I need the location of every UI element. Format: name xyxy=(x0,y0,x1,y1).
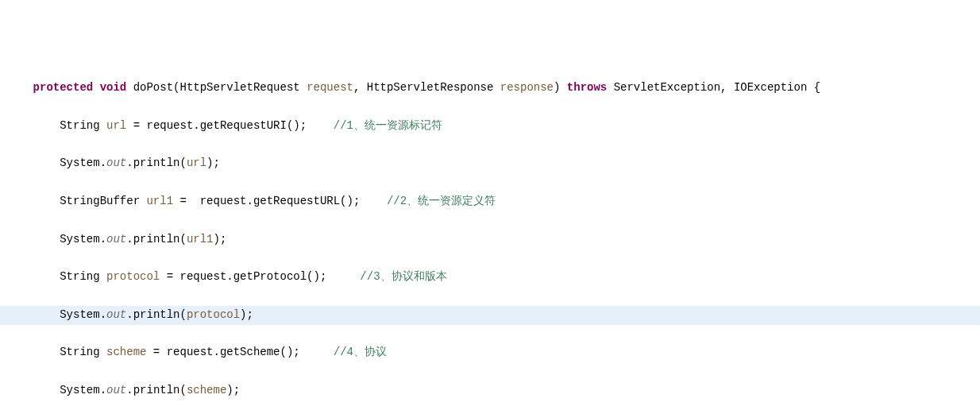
param: request xyxy=(307,81,353,94)
type: HttpServletRequest xyxy=(179,81,299,94)
method-name: doPost xyxy=(133,81,173,94)
keyword: throws xyxy=(567,81,607,94)
comment: //3、协议和版本 xyxy=(360,270,446,283)
code-line-signature: protected void doPost(HttpServletRequest… xyxy=(0,79,980,98)
keyword: protected xyxy=(33,81,94,94)
comment: //4、协议 xyxy=(334,346,387,358)
code-line-highlighted: System.out.println(protocol); xyxy=(0,306,980,325)
type: ServletException xyxy=(614,81,720,94)
code-line: System.out.println(url); xyxy=(0,154,980,173)
code-line: String protocol = request.getProtocol();… xyxy=(0,268,980,287)
type: HttpServletResponse xyxy=(367,81,494,94)
type: IOException xyxy=(734,81,807,94)
param: response xyxy=(500,81,554,94)
code-line: System.out.println(scheme); xyxy=(0,381,980,400)
comment: //1、统一资源标记符 xyxy=(334,119,442,132)
code-line: System.out.println(url1); xyxy=(0,230,980,249)
code-line: String url = request.getRequestURI(); //… xyxy=(0,117,980,136)
code-line: StringBuffer url1 = request.getRequestUR… xyxy=(0,192,980,211)
comment: //2、统一资源定义符 xyxy=(387,195,496,207)
keyword: void xyxy=(100,81,127,94)
code-line: String scheme = request.getScheme(); //4… xyxy=(0,343,980,362)
